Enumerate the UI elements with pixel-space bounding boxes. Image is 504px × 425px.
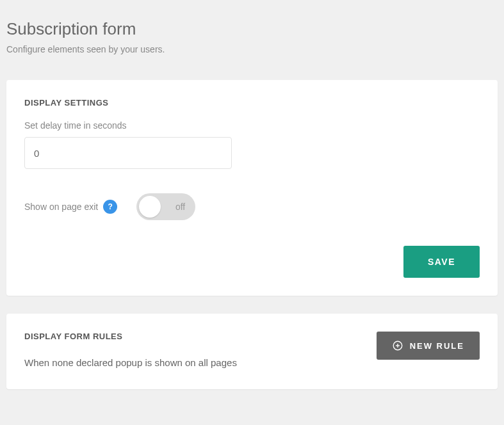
new-rule-label: NEW RULE	[410, 341, 464, 351]
delay-label: Set delay time in seconds	[24, 120, 480, 131]
plus-circle-icon	[392, 340, 403, 351]
display-settings-heading: DISPLAY SETTINGS	[24, 98, 480, 108]
toggle-knob	[139, 196, 161, 218]
exit-toggle-label: Show on page exit	[24, 202, 98, 212]
rules-description: When none declared popup is shown on all…	[24, 354, 268, 371]
save-row: SAVE	[24, 246, 480, 278]
rules-left-col: DISPLAY FORM RULES When none declared po…	[24, 332, 377, 371]
display-rules-card: DISPLAY FORM RULES When none declared po…	[6, 314, 498, 389]
display-settings-card: DISPLAY SETTINGS Set delay time in secon…	[6, 80, 498, 296]
delay-input[interactable]	[24, 137, 232, 169]
toggle-state-text: off	[175, 202, 185, 212]
save-button[interactable]: SAVE	[403, 246, 480, 278]
help-icon[interactable]: ?	[103, 200, 117, 214]
page-subtitle: Configure elements seen by your users.	[6, 44, 498, 54]
exit-toggle-switch[interactable]: off	[136, 193, 195, 220]
display-rules-heading: DISPLAY FORM RULES	[24, 332, 357, 341]
page-title: Subscription form	[6, 19, 498, 39]
new-rule-button[interactable]: NEW RULE	[377, 332, 480, 360]
exit-toggle-row: Show on page exit ? off	[24, 193, 480, 220]
